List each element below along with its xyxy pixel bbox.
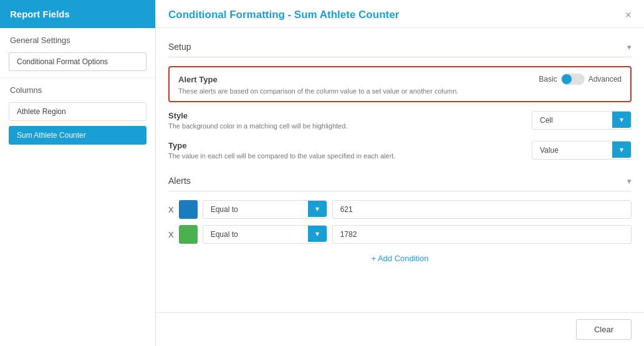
alert-type-toggle[interactable]: Basic Advanced [539, 74, 622, 85]
alert-1-condition-chevron-icon[interactable]: ▾ [308, 201, 327, 217]
alerts-chevron-icon[interactable]: ▾ [627, 176, 632, 186]
alert-2-condition-value: Equal to [203, 226, 303, 243]
type-select-value: Value [532, 142, 607, 159]
clear-button[interactable]: Clear [576, 319, 632, 340]
style-row: Style The background color in a matching… [168, 111, 632, 130]
type-row: Type The value in each cell will be comp… [168, 141, 632, 160]
type-select-chevron-icon[interactable]: ▾ [612, 142, 631, 158]
alert-1-value-input[interactable] [332, 200, 632, 219]
alerts-section: Alerts ▾ X Equal to ▾ X Equal to ▾ [168, 171, 632, 267]
sidebar: Report Fields General Settings Condition… [0, 0, 156, 346]
setup-chevron-icon[interactable]: ▾ [627, 42, 632, 52]
sidebar-header: Report Fields [0, 0, 155, 28]
style-row-inner: Style The background color in a matching… [168, 111, 632, 130]
alert-2-condition-chevron-icon[interactable]: ▾ [308, 226, 327, 242]
main-panel: Conditional Formatting - Sum Athlete Cou… [156, 0, 644, 346]
style-label: Style [168, 111, 347, 120]
alert-2-color-swatch[interactable] [179, 225, 198, 244]
alert-1-condition-select[interactable]: Equal to ▾ [203, 200, 327, 219]
style-select-value: Cell [532, 112, 607, 129]
setup-section-header: Setup ▾ [168, 37, 632, 57]
type-label: Type [168, 141, 395, 150]
general-settings-label: General Settings [0, 28, 155, 50]
toggle-thumb [562, 74, 572, 84]
add-condition-container: + Add Condition [168, 250, 632, 267]
main-header: Conditional Formatting - Sum Athlete Cou… [156, 0, 644, 28]
alert-row-2: X Equal to ▾ [168, 225, 632, 244]
setup-section-title: Setup [168, 42, 191, 52]
conditional-format-options-button[interactable]: Conditional Format Options [9, 52, 147, 71]
alert-2-value-input[interactable] [332, 225, 632, 244]
add-condition-button[interactable]: + Add Condition [371, 250, 428, 267]
style-label-group: Style The background color in a matching… [168, 111, 347, 130]
main-footer: Clear [156, 312, 644, 346]
style-select-chevron-icon[interactable]: ▾ [612, 112, 631, 128]
alert-1-condition-value: Equal to [203, 201, 303, 218]
alert-row-1: X Equal to ▾ [168, 200, 632, 219]
style-description: The background color in a matching cell … [168, 122, 347, 130]
main-body: Setup ▾ Alert Type Basic Advanced These … [156, 28, 644, 312]
alert-1-remove-button[interactable]: X [168, 205, 174, 214]
alert-1-color-swatch[interactable] [179, 200, 198, 219]
close-button[interactable]: × [625, 9, 632, 21]
alert-2-remove-button[interactable]: X [168, 230, 174, 239]
main-title-area: Conditional Formatting - Sum Athlete Cou… [168, 9, 399, 21]
columns-label: Columns [0, 77, 155, 100]
alert-type-box: Alert Type Basic Advanced These alerts a… [168, 66, 632, 102]
sidebar-title: Report Fields [10, 9, 70, 19]
alert-2-condition-select[interactable]: Equal to ▾ [203, 225, 327, 244]
style-select[interactable]: Cell ▾ [532, 111, 632, 130]
main-subtitle: - Sum Athlete Counter [287, 9, 399, 21]
sidebar-item-sum-athlete-counter[interactable]: Sum Athlete Counter [9, 126, 147, 145]
alerts-section-header: Alerts ▾ [168, 171, 632, 191]
type-description: The value in each cell will be compared … [168, 152, 395, 160]
alert-type-row: Alert Type Basic Advanced [178, 74, 622, 85]
sidebar-item-athlete-region[interactable]: Athlete Region [9, 102, 147, 121]
toggle-basic-label: Basic [539, 75, 557, 84]
main-title: Conditional Formatting [168, 9, 285, 21]
alert-type-label: Alert Type [178, 75, 218, 84]
type-label-group: Type The value in each cell will be comp… [168, 141, 395, 160]
alert-type-description: These alerts are based on comparison of … [178, 87, 622, 95]
toggle-advanced-label: Advanced [589, 75, 622, 84]
type-row-inner: Type The value in each cell will be comp… [168, 141, 632, 160]
toggle-track[interactable] [561, 74, 585, 85]
type-select[interactable]: Value ▾ [532, 141, 632, 160]
alerts-section-title: Alerts [168, 176, 191, 186]
